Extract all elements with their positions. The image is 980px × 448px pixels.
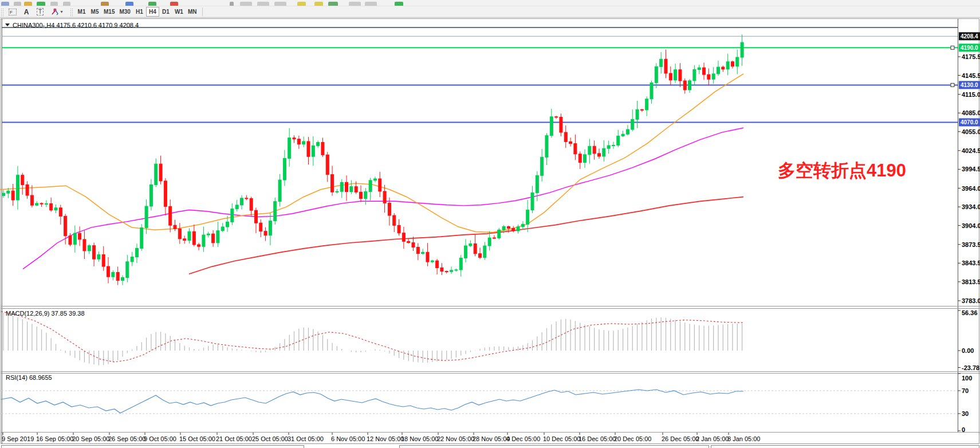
time-axis-label: 20 Dec 05:00 — [614, 435, 651, 442]
toolbar-drag-handle-2[interactable] — [70, 8, 73, 16]
toolbar-icon-clipped[interactable] — [63, 2, 70, 6]
chevron-down-icon: ▾ — [60, 9, 62, 14]
time-axis-label: 26 Sep 05:00 — [108, 435, 145, 442]
ma-fast-orange — [0, 74, 743, 233]
toolbar-icon-clipped[interactable] — [240, 2, 252, 6]
timeframe-button-d1[interactable]: D1 — [159, 7, 172, 17]
timeframe-button-m1[interactable]: M1 — [75, 7, 88, 17]
rsi-axis-label: 70 — [962, 387, 969, 394]
toolbar-icon-clipped[interactable] — [349, 2, 361, 6]
rsi-axis-label: 30 — [962, 410, 969, 417]
price-badge-label: 4190.0 — [961, 45, 978, 51]
annotation-text: 多空转折点4190 — [778, 160, 906, 180]
time-axis-label: 16 Sep 05:00 — [36, 435, 73, 442]
price-tick-label: 3964.0 — [962, 185, 980, 192]
timeframe-button-m15[interactable]: M15 — [101, 7, 117, 17]
timeframe-button-w1[interactable]: W1 — [172, 7, 186, 17]
macd-label: MACD(12,26,9) 37.85 39.38 — [6, 310, 85, 317]
price-tick-label: 4175.5 — [962, 53, 980, 60]
price-badge-label: 4130.0 — [961, 82, 978, 88]
timeframe-button-m30[interactable]: M30 — [117, 7, 132, 17]
chart-canvas[interactable]: 4175.54145.54115.04085.04055.04024.53994… — [0, 0, 980, 448]
arrows-icon — [50, 8, 60, 16]
toolbar-drag-handle[interactable] — [1, 8, 4, 16]
toolbar-icon-clipped[interactable] — [148, 2, 156, 6]
toolbar-icon-clipped[interactable] — [170, 2, 178, 6]
toolbar-icon-clipped[interactable] — [14, 2, 21, 6]
toolbar-icon-clipped[interactable] — [297, 2, 306, 6]
toolbar-icon-clipped[interactable] — [395, 2, 403, 6]
rsi-line — [1, 390, 743, 413]
time-axis-label: 12 Nov 05:00 — [367, 435, 404, 442]
rsi-label: RSI(14) 68.9655 — [6, 374, 52, 381]
symbol-dropdown-icon[interactable] — [5, 23, 10, 26]
macd-axis-label: 56.36 — [962, 309, 978, 316]
toolbar-icon-clipped[interactable] — [101, 2, 109, 6]
price-tick-label: 4024.5 — [962, 147, 980, 154]
toolbar-icon-clipped[interactable] — [257, 2, 269, 6]
toolbar-icon-clipped[interactable] — [230, 2, 234, 6]
fibonacci-icon: F — [9, 9, 17, 15]
price-tick-label: 3904.0 — [962, 222, 980, 229]
rsi-axis-label: 0 — [962, 426, 965, 433]
timeframe-button-h1[interactable]: H1 — [133, 7, 146, 17]
toolbar-icon-clipped[interactable] — [125, 2, 133, 6]
price-tick-label: 4145.5 — [962, 72, 980, 79]
toolbar-tools-row: F A T ▾ M1M5M15M30H1H4D1W1MN — [0, 6, 980, 17]
toolbar-icon-clipped[interactable] — [1, 2, 9, 6]
background-window-edge[interactable] — [711, 446, 979, 448]
price-tick-label: 4085.0 — [962, 109, 980, 116]
time-axis-label: 8 Jan 05:00 — [727, 435, 761, 442]
background-window-edge[interactable] — [2, 446, 304, 448]
background-window-edge[interactable] — [400, 446, 709, 448]
time-axis-label: 22 Nov 05:00 — [437, 435, 474, 442]
toolbar-icon-clipped[interactable] — [314, 2, 323, 6]
toolbar: F A T ▾ M1M5M15M30H1H4D1W1MN — [0, 0, 980, 18]
time-axis-label: 31 Oct 05:00 — [288, 435, 324, 442]
toolbar-icon-clipped[interactable] — [274, 2, 286, 6]
toolbar-icon-clipped[interactable] — [365, 2, 377, 6]
time-axis-label: 9 Sep 2019 — [2, 435, 34, 442]
time-axis-label: 9 Oct 05:00 — [144, 435, 176, 442]
macd-axis-label: -23.78 — [962, 364, 979, 371]
toolbar-separator — [202, 7, 203, 16]
fibonacci-tool-button[interactable]: F — [6, 7, 19, 17]
text-tool-button[interactable]: A — [19, 7, 33, 17]
macd-signal-line — [1, 312, 743, 362]
price-badge-label: 4208.4 — [961, 33, 978, 40]
time-axis-label: 21 Oct 05:00 — [216, 435, 252, 442]
hline-handle[interactable] — [951, 46, 954, 49]
price-tick-label: 3994.5 — [962, 166, 980, 172]
price-tick-label: 3934.0 — [962, 203, 980, 210]
macd-axis-label: 0.00 — [962, 347, 974, 354]
ma-slow-red — [189, 197, 743, 274]
arrows-tool-button[interactable]: ▾ — [47, 7, 66, 17]
time-axis-label: 15 Oct 05:00 — [179, 435, 215, 442]
timeframe-button-m5[interactable]: M5 — [88, 7, 101, 17]
toolbar-icon-clipped[interactable] — [328, 2, 338, 6]
price-tick-label: 3873.5 — [962, 241, 980, 248]
time-axis-label: 18 Nov 05:00 — [401, 435, 438, 442]
timeframe-bar: M1M5M15M30H1H4D1W1MN — [75, 7, 199, 17]
toolbar-icon-clipped[interactable] — [24, 2, 32, 6]
toolbar-clipped-icon-row — [0, 0, 980, 6]
time-axis-label: 2 Jan 05:00 — [696, 435, 729, 442]
timeframe-button-h4[interactable]: H4 — [146, 7, 159, 17]
time-axis-label: 16 Dec 05:00 — [578, 435, 616, 442]
price-tick-label: 3783.0 — [962, 297, 980, 304]
text-icon: A — [24, 8, 29, 16]
toolbar-icon-clipped[interactable] — [50, 2, 58, 6]
time-axis-label: 6 Nov 05:00 — [331, 435, 365, 442]
toolbar-icon-clipped[interactable] — [37, 2, 45, 6]
timeframe-button-mn[interactable]: MN — [186, 7, 199, 17]
time-axis-label: 26 Dec 05:00 — [662, 435, 699, 442]
candle-series — [2, 34, 744, 285]
text-label-icon: T — [37, 8, 44, 15]
text-label-tool-button[interactable]: T — [33, 7, 47, 17]
time-axis-label: 28 Nov 05:00 — [473, 435, 510, 442]
time-axis-label: 20 Sep 05:00 — [72, 435, 109, 442]
hline-handle[interactable] — [951, 83, 954, 87]
rsi-axis-label: 100 — [962, 375, 972, 382]
time-axis-label: 4 Dec 05:00 — [506, 435, 540, 442]
price-tick-label: 4055.0 — [962, 128, 980, 135]
